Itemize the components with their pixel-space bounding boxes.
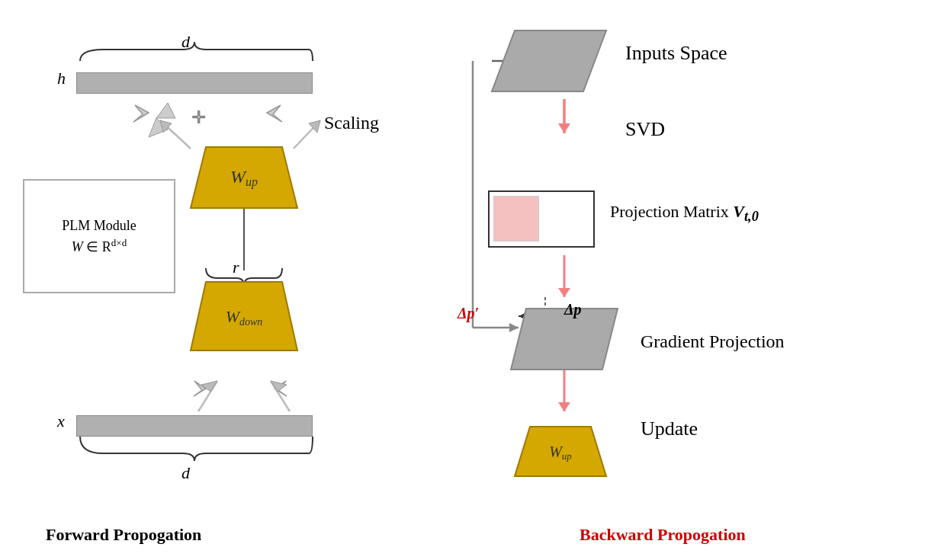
inputs-parallelogram-svg xyxy=(488,27,610,95)
w-down-trapezoid: Wdown xyxy=(183,278,305,357)
svg-text:✛: ✛ xyxy=(191,108,206,127)
projection-matrix-label: Projection Matrix Vt,0 xyxy=(610,202,759,225)
svg-marker-28 xyxy=(309,120,320,133)
svg-marker-1 xyxy=(156,103,175,118)
r-label: r xyxy=(233,258,239,277)
w-up-svg: Wup xyxy=(183,143,305,212)
svg-marker-0 xyxy=(149,118,168,137)
h-bar xyxy=(76,72,313,94)
svg-marker-30 xyxy=(201,381,217,392)
delta-p-prime-label: Δp′ xyxy=(458,305,479,322)
w-up-trapezoid: Wup xyxy=(183,143,305,215)
svg-marker-14 xyxy=(558,402,570,411)
scaling-label: Scaling xyxy=(324,113,379,133)
plm-w-label: W xyxy=(72,239,83,254)
x-bar xyxy=(76,415,313,437)
inputs-space-label: Inputs Space xyxy=(625,42,727,65)
svg-marker-5 xyxy=(275,381,287,396)
svg-marker-32 xyxy=(271,381,287,392)
h-label: h xyxy=(57,69,66,88)
svg-marker-4 xyxy=(194,381,206,396)
svg-line-29 xyxy=(198,381,217,411)
d-top-label: d xyxy=(181,32,190,52)
plm-in-label: ∈ R xyxy=(86,239,111,254)
w-up-bottom-svg: Wup xyxy=(507,423,614,480)
svg-line-31 xyxy=(271,381,290,411)
gradient-projection-label: Gradient Projection xyxy=(641,331,785,352)
plm-module-box: PLM Module W ∈ Rd×d xyxy=(23,179,175,293)
plm-line1: PLM Module xyxy=(62,218,136,234)
svg-marker-37 xyxy=(492,30,606,91)
delta-p-label: Δp xyxy=(564,301,582,318)
update-label: Update xyxy=(641,418,698,440)
svg-marker-10 xyxy=(558,123,570,133)
plm-line2: W ∈ Rd×d xyxy=(72,237,127,255)
svg-marker-12 xyxy=(558,288,570,297)
d-bottom-label: d xyxy=(181,463,190,483)
diagram-container: ✛ h d Scaling Wup r xyxy=(0,0,928,560)
projection-matrix-pink-inner xyxy=(493,196,539,242)
backward-propagation-label: Backward Propogation xyxy=(580,525,746,545)
forward-propagation-label: Forward Propogation xyxy=(46,525,201,545)
w-up-bottom-trapezoid: Wup xyxy=(507,423,614,483)
projection-matrix-box xyxy=(488,190,595,248)
x-label: x xyxy=(57,411,65,431)
svg-marker-2 xyxy=(133,105,149,122)
svg-marker-3 xyxy=(267,105,282,122)
inputs-space-parallelogram xyxy=(488,27,610,98)
svd-label: SVD xyxy=(625,118,665,141)
svg-marker-26 xyxy=(160,120,172,133)
w-down-svg: Wdown xyxy=(183,278,305,354)
